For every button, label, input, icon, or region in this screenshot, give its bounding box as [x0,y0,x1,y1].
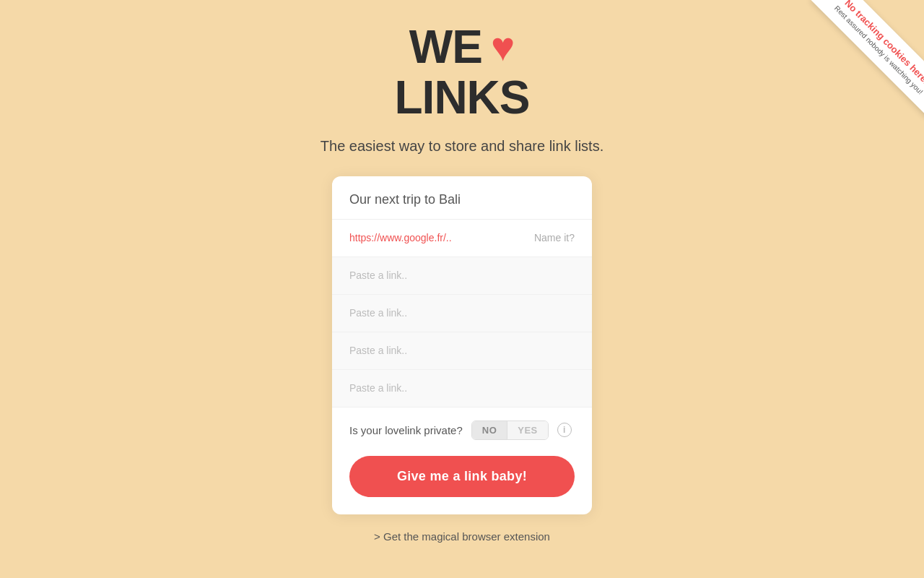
link-row-empty-4[interactable]: Paste a link.. [332,370,592,407]
link-placeholder-1: Paste a link.. [349,269,407,281]
browser-extension-link[interactable]: > Get the magical browser extension [374,530,550,543]
footer-extension-link[interactable]: > Get the magical browser extension [374,530,550,543]
link-row-empty-3[interactable]: Paste a link.. [332,332,592,370]
link-placeholder-4: Paste a link.. [349,382,407,394]
privacy-toggle[interactable]: NO YES [471,420,549,440]
link-url: https://www.google.fr/.. [349,232,528,243]
link-name-placeholder: Name it? [534,232,575,243]
logo-text-we: WE [409,22,482,72]
toggle-no-button[interactable]: NO [472,421,508,439]
privacy-section: Is your lovelink private? NO YES i [332,407,592,450]
cta-button[interactable]: Give me a link baby! [349,456,575,497]
cta-section: Give me a link baby! [332,450,592,514]
link-placeholder-3: Paste a link.. [349,345,407,356]
tagline: The easiest way to store and share link … [321,138,603,155]
link-placeholder-2: Paste a link.. [349,307,407,319]
link-row-empty-1[interactable]: Paste a link.. [332,257,592,295]
logo-text-links: LINKS [395,72,530,124]
card-title: Our next trip to Bali [349,192,461,207]
toggle-yes-button[interactable]: YES [507,421,548,439]
info-icon[interactable]: i [557,423,572,437]
main-card: Our next trip to Bali https://www.google… [332,176,592,514]
logo-heart-icon: ♥ [491,27,515,67]
link-row-filled[interactable]: https://www.google.fr/.. Name it? [332,220,592,257]
card-title-section: Our next trip to Bali [332,176,592,220]
privacy-label: Is your lovelink private? [349,424,463,436]
link-row-empty-2[interactable]: Paste a link.. [332,295,592,332]
logo: WE ♥ LINKS [395,22,530,124]
